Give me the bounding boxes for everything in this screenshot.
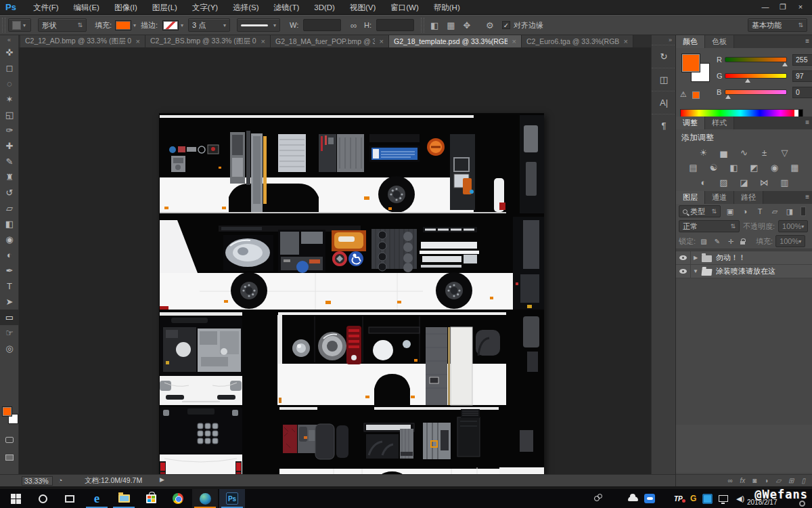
- new-group-icon[interactable]: ▱: [775, 477, 781, 484]
- tool-preset-picker[interactable]: ▾: [8, 18, 31, 32]
- adjustment-posterize-icon[interactable]: ▨: [717, 177, 731, 188]
- stroke-size-select[interactable]: 3 点▾: [188, 18, 230, 32]
- adjustment-exposure-icon[interactable]: ±: [757, 148, 772, 158]
- tray-g-app[interactable]: G: [690, 489, 696, 508]
- color-panel-menu-icon[interactable]: ≡: [805, 37, 809, 45]
- paragraph-panel-button[interactable]: ¶: [652, 114, 676, 137]
- blue-slider[interactable]: [725, 89, 787, 95]
- lock-position-icon[interactable]: ✛: [725, 238, 736, 245]
- gamut-warning-icon[interactable]: ⚠: [680, 90, 687, 99]
- new-layer-icon[interactable]: ⊞: [788, 477, 794, 484]
- gamut-swatch[interactable]: [692, 91, 700, 99]
- tool-magic-wand[interactable]: ✶: [0, 91, 19, 107]
- tool-zoom[interactable]: ◎: [0, 341, 19, 356]
- adjustment-invert-icon[interactable]: ◐: [696, 177, 711, 188]
- tool-clone-stamp[interactable]: ♜: [0, 169, 19, 185]
- tab-c2-euro6[interactable]: C2_Euro6.tga @ 33.3%(RGB...×: [522, 35, 633, 47]
- tab-layers[interactable]: 图层: [676, 191, 705, 204]
- blend-mode-select[interactable]: 正常⇅: [679, 220, 740, 232]
- layer-group-do-not-move[interactable]: ▶ 勿动！！: [676, 251, 812, 265]
- group-collapsed-arrow-icon[interactable]: ▶: [691, 255, 700, 261]
- taskbar-store[interactable]: [138, 489, 164, 508]
- character-panel-button[interactable]: A|: [652, 91, 676, 114]
- menu-select[interactable]: 选择(S): [225, 0, 266, 15]
- fill-opacity-select[interactable]: 100%▾: [775, 235, 805, 247]
- menu-image[interactable]: 图像(I): [107, 0, 145, 15]
- delete-layer-icon[interactable]: ▯: [801, 477, 805, 484]
- fill-color-swatch[interactable]: [115, 20, 131, 30]
- tool-mode-select[interactable]: 形状⇅: [38, 18, 87, 32]
- tray-cloud-app[interactable]: [644, 489, 655, 508]
- menu-3d[interactable]: 3D(D): [307, 0, 342, 15]
- tool-dodge[interactable]: ◐: [0, 247, 19, 263]
- height-input[interactable]: [376, 19, 414, 31]
- tray-onedrive[interactable]: [628, 489, 638, 508]
- visibility-toggle[interactable]: [676, 251, 691, 265]
- width-input[interactable]: [303, 19, 341, 31]
- lock-image-pixels-icon[interactable]: ✎: [712, 238, 723, 245]
- layer-group-paint-here[interactable]: ▼ 涂装喷漆请放在这: [676, 265, 812, 278]
- tab-styles[interactable]: 样式: [705, 117, 734, 129]
- tab-close-icon[interactable]: ×: [624, 37, 628, 45]
- path-alignment-icon[interactable]: ▦: [443, 20, 459, 30]
- tool-move[interactable]: ✜: [0, 45, 19, 60]
- tool-brush[interactable]: ✎: [0, 154, 19, 169]
- quick-mask-button[interactable]: [0, 432, 19, 448]
- taskbar-edge[interactable]: e: [84, 489, 110, 508]
- blue-value[interactable]: 0: [792, 87, 812, 98]
- layer-filter-kind-select[interactable]: 类型⇅: [679, 205, 721, 217]
- filter-shape-icon[interactable]: ▱: [769, 207, 780, 216]
- menu-edit[interactable]: 编辑(E): [66, 0, 107, 15]
- tab-paths[interactable]: 路径: [734, 191, 763, 204]
- history-panel-button[interactable]: ↻: [652, 45, 676, 68]
- device-preview-panel-button[interactable]: ◫: [652, 68, 676, 91]
- menu-view[interactable]: 视图(V): [342, 0, 383, 15]
- tool-gradient[interactable]: ◧: [0, 216, 19, 232]
- spectrum-black-chip[interactable]: [798, 110, 803, 117]
- tab-close-icon[interactable]: ×: [136, 37, 140, 45]
- green-slider[interactable]: [725, 73, 787, 79]
- tool-eraser[interactable]: ▱: [0, 200, 19, 216]
- align-edges-checkbox[interactable]: ✓: [502, 21, 510, 29]
- close-button[interactable]: ×: [792, 1, 809, 14]
- adjustment-selective-color-icon[interactable]: ⋈: [757, 177, 772, 188]
- adjustment-layer-icon[interactable]: ◑: [764, 477, 768, 484]
- adjustment-levels-icon[interactable]: ▅: [717, 148, 731, 158]
- menu-window[interactable]: 窗口(W): [383, 0, 426, 15]
- stroke-style-select[interactable]: ▾: [237, 18, 280, 32]
- menu-help[interactable]: 帮助(H): [426, 0, 468, 15]
- adjustment-channel-mixer-icon[interactable]: ◉: [767, 163, 782, 173]
- adjustment-brightness-contrast-icon[interactable]: ☀: [696, 148, 711, 158]
- tray-tp-app[interactable]: TP: [674, 489, 683, 508]
- opacity-select[interactable]: 100%▾: [778, 220, 808, 232]
- tool-path-selection[interactable]: ➤: [0, 294, 19, 310]
- filter-type-icon[interactable]: T: [754, 207, 765, 215]
- layer-mask-icon[interactable]: ◙: [752, 477, 757, 484]
- menu-type[interactable]: 文字(Y): [185, 0, 225, 15]
- tool-crop[interactable]: ◱: [0, 107, 19, 123]
- green-value[interactable]: 97: [792, 70, 812, 82]
- path-operations-icon[interactable]: ◧: [426, 20, 443, 30]
- filter-smart-object-icon[interactable]: ◨: [784, 207, 795, 216]
- tool-lasso[interactable]: ◌: [0, 76, 19, 91]
- adjustments-panel-menu-icon[interactable]: ≡: [805, 119, 809, 126]
- tool-marquee[interactable]: ◻: [0, 60, 19, 76]
- red-value[interactable]: 255: [792, 54, 812, 66]
- task-view-button[interactable]: [57, 489, 83, 508]
- tab-adjustments[interactable]: 调整: [676, 117, 705, 129]
- red-slider[interactable]: [725, 57, 787, 62]
- path-arrange-icon[interactable]: ✥: [459, 20, 475, 30]
- adjustment-threshold-icon[interactable]: ◪: [737, 177, 752, 188]
- filter-toggle[interactable]: [800, 207, 806, 216]
- restore-button[interactable]: ❐: [774, 1, 792, 14]
- status-expand-icon[interactable]: ▶: [160, 476, 164, 483]
- tray-network[interactable]: [719, 489, 728, 508]
- visibility-toggle[interactable]: [676, 265, 691, 278]
- tool-pen[interactable]: ✒: [0, 263, 19, 278]
- green-slider-knob[interactable]: [745, 79, 750, 83]
- tab-g2-18-ma-fuer-pop[interactable]: G2_18_MA_fuer_POP.bmp @ 33....×: [271, 35, 389, 47]
- status-clock-icon[interactable]: ◔: [58, 476, 62, 484]
- layer-effects-icon[interactable]: fx: [740, 477, 746, 484]
- tool-spot-healing[interactable]: ✚: [0, 138, 19, 154]
- color-foreground-swatch[interactable]: [681, 54, 700, 72]
